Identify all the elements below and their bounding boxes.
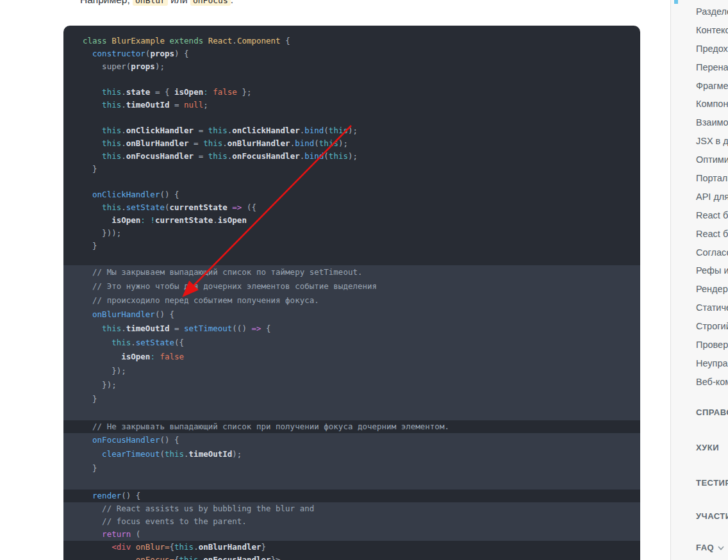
code-line: <div onBlur={this.onBlurHandler}: [63, 541, 640, 554]
code-line: onFocusHandler() {: [63, 433, 640, 447]
code-line: onClickHandler() {: [63, 188, 640, 201]
code-line: }: [63, 461, 640, 475]
code-line: this.setState({: [63, 336, 640, 350]
sidebar-nav-list: Разделение кодаКонтекстПредохранителиПер…: [696, 3, 728, 391]
code-line: class BlurExample extends React.Componen…: [63, 35, 640, 47]
code-line: return (: [63, 528, 640, 541]
code-line: [63, 176, 640, 188]
inline-code-onfocus: onFocus: [190, 0, 231, 6]
code-line: }: [63, 240, 640, 252]
sidebar-item[interactable]: Веб-компоненты: [696, 373, 728, 391]
code-line: [63, 111, 640, 124]
sidebar-item[interactable]: Рефы и DOM: [696, 261, 728, 280]
intro-paragraph: Например, onBlur или onFocus.: [80, 0, 233, 6]
code-line: onFocus={this.onFocusHandler}>: [63, 554, 640, 560]
sidebar-item[interactable]: Предохранители: [696, 40, 728, 58]
code-line: }: [63, 392, 640, 406]
sidebar-item[interactable]: Взаимодействие со сторонними библиотекам…: [696, 113, 728, 132]
code-line: [63, 406, 640, 420]
sidebar-item[interactable]: React без ES6: [696, 206, 728, 225]
sidebar-item[interactable]: Перенаправление рефов: [696, 58, 728, 77]
sidebar-section-heading[interactable]: FAQ: [696, 543, 724, 552]
sidebar-item[interactable]: Компоненты высшего порядка: [696, 95, 728, 113]
sidebar-item[interactable]: Рендер-пропсы: [696, 280, 728, 299]
code-line: [63, 252, 640, 265]
sidebar-item[interactable]: Неуправляемые компоненты: [696, 354, 728, 373]
code-line: [63, 475, 640, 490]
code-line: this.state = { isOpen: false };: [63, 86, 640, 99]
sidebar-item[interactable]: Фрагменты: [696, 77, 728, 95]
sidebar-section-heading[interactable]: УЧАСТИЕ: [696, 511, 728, 521]
code-line: }));: [63, 227, 640, 240]
sidebar-item[interactable]: Контекст: [696, 21, 728, 40]
sidebar-item[interactable]: JSX в деталях: [696, 132, 728, 151]
sidebar-section-heading[interactable]: ТЕСТИРОВАНИЕ: [696, 478, 728, 488]
sidebar-item[interactable]: Проверка типов с PropTypes: [696, 336, 728, 354]
code-line: [63, 73, 640, 86]
code-line: isOpen: false: [63, 350, 640, 364]
code-line: this.timeOutId = null;: [63, 99, 640, 111]
code-line: // Мы закрываем выпадающий список по тай…: [63, 265, 640, 279]
code-line: this.onClickHandler = this.onClickHandle…: [63, 124, 640, 137]
intro-text: .: [231, 0, 233, 5]
sidebar-section-heading[interactable]: СПРАВОЧНИК API: [696, 408, 728, 417]
code-line: this.setState(currentState => ({: [63, 201, 640, 214]
code-line: this.onBlurHandler = this.onBlurHandler.…: [63, 137, 640, 150]
sidebar-item[interactable]: Оптимизация производительности: [696, 151, 728, 169]
sidebar-item[interactable]: Согласование: [696, 243, 728, 262]
code-line: super(props);: [63, 60, 640, 73]
sidebar-item[interactable]: Строгий режим: [696, 317, 728, 336]
sidebar: Разделение кодаКонтекстПредохранителиПер…: [670, 0, 728, 560]
intro-text: Например,: [80, 0, 133, 5]
sidebar-section-heading[interactable]: ХУКИ: [696, 443, 719, 452]
code-line: });: [63, 364, 640, 378]
code-line: // Не закрывать выпадающий список при по…: [63, 420, 640, 433]
code-line: // происходило перед событием получения …: [63, 293, 640, 308]
inline-code-onblur: onBlur: [133, 0, 168, 6]
sidebar-item[interactable]: Статическая проверка типов: [696, 299, 728, 317]
code-line: }: [63, 163, 640, 176]
active-section-indicator: [674, 0, 678, 4]
code-line: });: [63, 378, 640, 392]
code-line: this.onFocusHandler = this.onFocusHandle…: [63, 150, 640, 163]
code-line: isOpen: !currentState.isOpen: [63, 214, 640, 227]
code-line: this.timeOutId = setTimeout(() => {: [63, 322, 640, 336]
code-line: render() {: [63, 490, 640, 502]
page: Например, onBlur или onFocus. class Blur…: [0, 0, 728, 560]
code-line: // Это нужно чтобы для дочерних элементо…: [63, 279, 640, 293]
chevron-down-icon: [718, 543, 724, 552]
intro-text: или: [168, 0, 190, 5]
sidebar-item[interactable]: Порталы: [696, 169, 728, 188]
code-block: class BlurExample extends React.Componen…: [63, 26, 640, 560]
code-lines: class BlurExample extends React.Componen…: [63, 35, 640, 560]
sidebar-item[interactable]: Разделение кода: [696, 3, 728, 21]
code-line: // React assists us by bubbling the blur…: [63, 502, 640, 515]
sidebar-item[interactable]: API для профайлера: [696, 188, 728, 206]
sidebar-item[interactable]: React без JSX: [696, 225, 728, 243]
code-line: clearTimeout(this.timeOutId);: [63, 447, 640, 461]
code-line: onBlurHandler() {: [63, 308, 640, 322]
code-line: constructor(props) {: [63, 47, 640, 60]
code-line: // focus events to the parent.: [63, 515, 640, 528]
